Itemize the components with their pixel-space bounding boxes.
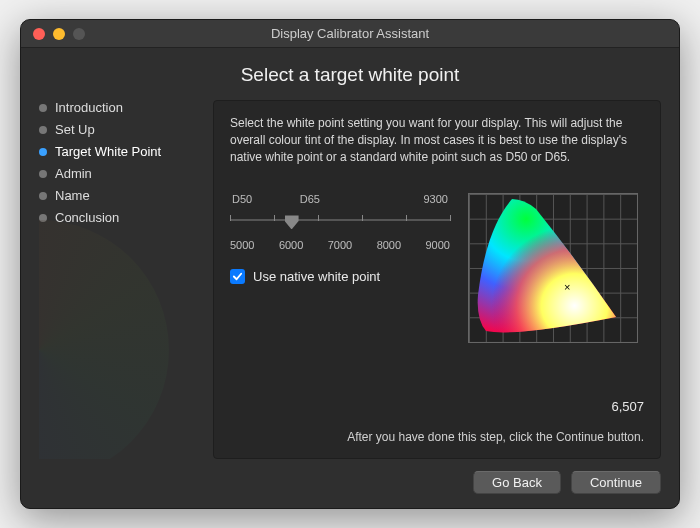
slider-scale-6000: 6000 [279, 239, 303, 251]
sidebar-item-label: Name [55, 188, 90, 203]
sidebar: Introduction Set Up Target White Point A… [39, 100, 199, 459]
window-title: Display Calibrator Assistant [21, 26, 679, 41]
continue-button[interactable]: Continue [571, 471, 661, 494]
slider-scale-9000: 9000 [426, 239, 450, 251]
slider-scale-5000: 5000 [230, 239, 254, 251]
bullet-icon [39, 126, 47, 134]
slider-bottom-labels: 5000 6000 7000 8000 9000 [230, 239, 450, 251]
slider-scale-8000: 8000 [377, 239, 401, 251]
slider-thumb[interactable] [285, 215, 299, 229]
footer: Go Back Continue [39, 459, 661, 494]
sidebar-item-setup[interactable]: Set Up [39, 122, 199, 137]
native-white-point-row: Use native white point [230, 269, 450, 284]
slider-scale-7000: 7000 [328, 239, 352, 251]
bullet-icon [39, 148, 47, 156]
white-point-value: 6,507 [611, 399, 644, 414]
sidebar-item-label: Admin [55, 166, 92, 181]
sidebar-item-admin[interactable]: Admin [39, 166, 199, 181]
step-list: Introduction Set Up Target White Point A… [39, 100, 199, 225]
slider-tick [406, 215, 407, 221]
main-panel: Select the white point setting you want … [213, 100, 661, 459]
page-title: Select a target white point [39, 64, 661, 86]
bullet-icon [39, 192, 47, 200]
color-wheel-decoration [39, 220, 169, 459]
white-point-slider-block: D50 D65 9300 [230, 193, 450, 284]
titlebar: Display Calibrator Assistant [21, 20, 679, 48]
window-controls [21, 28, 85, 40]
sidebar-item-name[interactable]: Name [39, 188, 199, 203]
sidebar-item-introduction[interactable]: Introduction [39, 100, 199, 115]
slider-label-d50: D50 [232, 193, 252, 205]
bullet-icon [39, 104, 47, 112]
close-icon[interactable] [33, 28, 45, 40]
slider-tick [274, 215, 275, 221]
sidebar-item-target-white-point[interactable]: Target White Point [39, 144, 199, 159]
panel-hint: After you have done this step, click the… [230, 430, 644, 444]
control-area: D50 D65 9300 [230, 193, 644, 343]
go-back-button[interactable]: Go Back [473, 471, 561, 494]
minimize-icon[interactable] [53, 28, 65, 40]
sidebar-item-label: Set Up [55, 122, 95, 137]
sidebar-item-label: Introduction [55, 100, 123, 115]
native-white-point-label: Use native white point [253, 269, 380, 284]
gamut-diagram: × [468, 193, 638, 343]
slider-tick [450, 215, 451, 221]
slider-label-d65: D65 [300, 193, 320, 205]
content-columns: Introduction Set Up Target White Point A… [39, 100, 661, 459]
slider-track [230, 219, 450, 221]
white-point-marker: × [564, 281, 570, 293]
sidebar-item-label: Target White Point [55, 144, 161, 159]
slider-label-9300: 9300 [424, 193, 448, 205]
slider-tick [230, 215, 231, 221]
slider-top-labels: D50 D65 9300 [230, 193, 450, 205]
app-window: Display Calibrator Assistant Select a ta… [20, 19, 680, 509]
gamut-triangle-icon [476, 199, 626, 337]
slider-tick [318, 215, 319, 221]
bullet-icon [39, 170, 47, 178]
check-icon [232, 271, 243, 282]
window-body: Select a target white point Introduction… [21, 48, 679, 508]
white-point-slider[interactable] [230, 211, 450, 229]
panel-description: Select the white point setting you want … [230, 115, 644, 165]
native-white-point-checkbox[interactable] [230, 269, 245, 284]
zoom-icon [73, 28, 85, 40]
slider-tick [362, 215, 363, 221]
